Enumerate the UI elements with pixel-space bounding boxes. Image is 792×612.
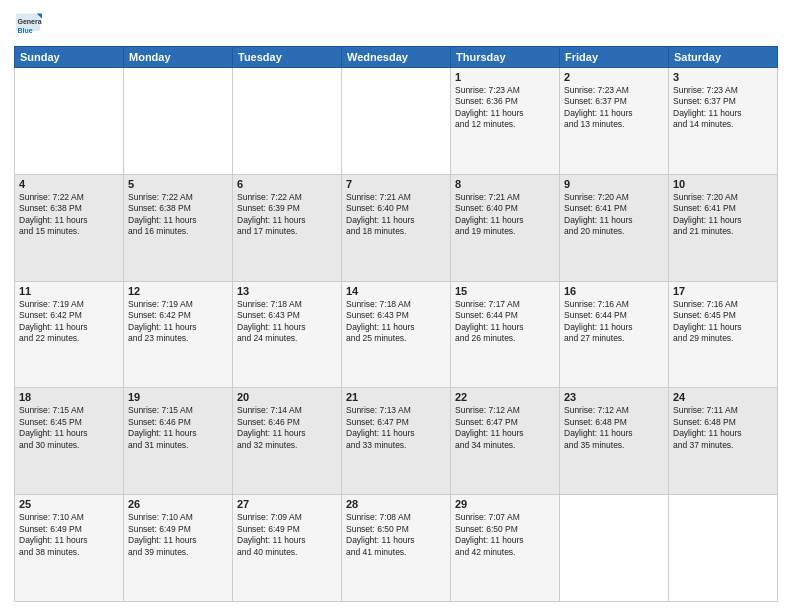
calendar-header: SundayMondayTuesdayWednesdayThursdayFrid…	[15, 47, 778, 68]
cell-content: Sunrise: 7:22 AM Sunset: 6:39 PM Dayligh…	[237, 192, 337, 238]
calendar-cell: 27Sunrise: 7:09 AM Sunset: 6:49 PM Dayli…	[233, 495, 342, 602]
calendar-cell: 8Sunrise: 7:21 AM Sunset: 6:40 PM Daylig…	[451, 174, 560, 281]
calendar-cell: 6Sunrise: 7:22 AM Sunset: 6:39 PM Daylig…	[233, 174, 342, 281]
calendar-cell: 9Sunrise: 7:20 AM Sunset: 6:41 PM Daylig…	[560, 174, 669, 281]
calendar-cell: 14Sunrise: 7:18 AM Sunset: 6:43 PM Dayli…	[342, 281, 451, 388]
day-number: 5	[128, 178, 228, 190]
cell-content: Sunrise: 7:10 AM Sunset: 6:49 PM Dayligh…	[19, 512, 119, 558]
day-number: 4	[19, 178, 119, 190]
day-number: 17	[673, 285, 773, 297]
calendar-cell: 16Sunrise: 7:16 AM Sunset: 6:44 PM Dayli…	[560, 281, 669, 388]
day-number: 11	[19, 285, 119, 297]
day-number: 14	[346, 285, 446, 297]
calendar-cell	[233, 68, 342, 175]
cell-content: Sunrise: 7:12 AM Sunset: 6:48 PM Dayligh…	[564, 405, 664, 451]
calendar-body: 1Sunrise: 7:23 AM Sunset: 6:36 PM Daylig…	[15, 68, 778, 602]
cell-content: Sunrise: 7:23 AM Sunset: 6:37 PM Dayligh…	[673, 85, 773, 131]
day-number: 2	[564, 71, 664, 83]
calendar-cell	[560, 495, 669, 602]
calendar-cell: 18Sunrise: 7:15 AM Sunset: 6:45 PM Dayli…	[15, 388, 124, 495]
calendar-cell: 10Sunrise: 7:20 AM Sunset: 6:41 PM Dayli…	[669, 174, 778, 281]
cell-content: Sunrise: 7:18 AM Sunset: 6:43 PM Dayligh…	[237, 299, 337, 345]
calendar-cell	[342, 68, 451, 175]
calendar-cell: 3Sunrise: 7:23 AM Sunset: 6:37 PM Daylig…	[669, 68, 778, 175]
logo-icon: General Blue	[14, 10, 42, 38]
cell-content: Sunrise: 7:22 AM Sunset: 6:38 PM Dayligh…	[19, 192, 119, 238]
day-number: 18	[19, 391, 119, 403]
calendar-cell: 1Sunrise: 7:23 AM Sunset: 6:36 PM Daylig…	[451, 68, 560, 175]
calendar-cell: 26Sunrise: 7:10 AM Sunset: 6:49 PM Dayli…	[124, 495, 233, 602]
cell-content: Sunrise: 7:14 AM Sunset: 6:46 PM Dayligh…	[237, 405, 337, 451]
cell-content: Sunrise: 7:16 AM Sunset: 6:45 PM Dayligh…	[673, 299, 773, 345]
header: General Blue	[14, 10, 778, 38]
calendar-cell: 15Sunrise: 7:17 AM Sunset: 6:44 PM Dayli…	[451, 281, 560, 388]
day-number: 1	[455, 71, 555, 83]
cell-content: Sunrise: 7:19 AM Sunset: 6:42 PM Dayligh…	[19, 299, 119, 345]
cell-content: Sunrise: 7:11 AM Sunset: 6:48 PM Dayligh…	[673, 405, 773, 451]
header-cell-wednesday: Wednesday	[342, 47, 451, 68]
day-number: 10	[673, 178, 773, 190]
day-number: 23	[564, 391, 664, 403]
week-row-4: 25Sunrise: 7:10 AM Sunset: 6:49 PM Dayli…	[15, 495, 778, 602]
calendar-cell	[669, 495, 778, 602]
page: General Blue SundayMondayTuesdayWednesda…	[0, 0, 792, 612]
day-number: 6	[237, 178, 337, 190]
cell-content: Sunrise: 7:21 AM Sunset: 6:40 PM Dayligh…	[346, 192, 446, 238]
calendar-cell: 21Sunrise: 7:13 AM Sunset: 6:47 PM Dayli…	[342, 388, 451, 495]
calendar-cell: 2Sunrise: 7:23 AM Sunset: 6:37 PM Daylig…	[560, 68, 669, 175]
calendar-cell: 25Sunrise: 7:10 AM Sunset: 6:49 PM Dayli…	[15, 495, 124, 602]
cell-content: Sunrise: 7:15 AM Sunset: 6:45 PM Dayligh…	[19, 405, 119, 451]
header-cell-tuesday: Tuesday	[233, 47, 342, 68]
day-number: 19	[128, 391, 228, 403]
calendar-table: SundayMondayTuesdayWednesdayThursdayFrid…	[14, 46, 778, 602]
header-cell-thursday: Thursday	[451, 47, 560, 68]
calendar-cell: 5Sunrise: 7:22 AM Sunset: 6:38 PM Daylig…	[124, 174, 233, 281]
calendar-cell: 4Sunrise: 7:22 AM Sunset: 6:38 PM Daylig…	[15, 174, 124, 281]
calendar-cell: 17Sunrise: 7:16 AM Sunset: 6:45 PM Dayli…	[669, 281, 778, 388]
cell-content: Sunrise: 7:20 AM Sunset: 6:41 PM Dayligh…	[673, 192, 773, 238]
header-cell-sunday: Sunday	[15, 47, 124, 68]
week-row-3: 18Sunrise: 7:15 AM Sunset: 6:45 PM Dayli…	[15, 388, 778, 495]
day-number: 22	[455, 391, 555, 403]
day-number: 15	[455, 285, 555, 297]
cell-content: Sunrise: 7:15 AM Sunset: 6:46 PM Dayligh…	[128, 405, 228, 451]
day-number: 8	[455, 178, 555, 190]
day-number: 9	[564, 178, 664, 190]
cell-content: Sunrise: 7:19 AM Sunset: 6:42 PM Dayligh…	[128, 299, 228, 345]
svg-text:Blue: Blue	[18, 27, 33, 34]
day-number: 29	[455, 498, 555, 510]
calendar-cell: 24Sunrise: 7:11 AM Sunset: 6:48 PM Dayli…	[669, 388, 778, 495]
week-row-0: 1Sunrise: 7:23 AM Sunset: 6:36 PM Daylig…	[15, 68, 778, 175]
calendar-cell: 29Sunrise: 7:07 AM Sunset: 6:50 PM Dayli…	[451, 495, 560, 602]
calendar-cell: 22Sunrise: 7:12 AM Sunset: 6:47 PM Dayli…	[451, 388, 560, 495]
calendar-cell: 12Sunrise: 7:19 AM Sunset: 6:42 PM Dayli…	[124, 281, 233, 388]
calendar-cell: 7Sunrise: 7:21 AM Sunset: 6:40 PM Daylig…	[342, 174, 451, 281]
cell-content: Sunrise: 7:09 AM Sunset: 6:49 PM Dayligh…	[237, 512, 337, 558]
calendar-cell: 13Sunrise: 7:18 AM Sunset: 6:43 PM Dayli…	[233, 281, 342, 388]
logo: General Blue	[14, 10, 46, 38]
cell-content: Sunrise: 7:17 AM Sunset: 6:44 PM Dayligh…	[455, 299, 555, 345]
day-number: 7	[346, 178, 446, 190]
day-number: 21	[346, 391, 446, 403]
week-row-2: 11Sunrise: 7:19 AM Sunset: 6:42 PM Dayli…	[15, 281, 778, 388]
cell-content: Sunrise: 7:23 AM Sunset: 6:37 PM Dayligh…	[564, 85, 664, 131]
day-number: 26	[128, 498, 228, 510]
cell-content: Sunrise: 7:12 AM Sunset: 6:47 PM Dayligh…	[455, 405, 555, 451]
calendar-cell: 11Sunrise: 7:19 AM Sunset: 6:42 PM Dayli…	[15, 281, 124, 388]
day-number: 12	[128, 285, 228, 297]
cell-content: Sunrise: 7:18 AM Sunset: 6:43 PM Dayligh…	[346, 299, 446, 345]
calendar-cell	[124, 68, 233, 175]
day-number: 24	[673, 391, 773, 403]
day-number: 13	[237, 285, 337, 297]
cell-content: Sunrise: 7:13 AM Sunset: 6:47 PM Dayligh…	[346, 405, 446, 451]
cell-content: Sunrise: 7:23 AM Sunset: 6:36 PM Dayligh…	[455, 85, 555, 131]
calendar-cell: 28Sunrise: 7:08 AM Sunset: 6:50 PM Dayli…	[342, 495, 451, 602]
calendar-cell: 19Sunrise: 7:15 AM Sunset: 6:46 PM Dayli…	[124, 388, 233, 495]
day-number: 16	[564, 285, 664, 297]
calendar-cell: 20Sunrise: 7:14 AM Sunset: 6:46 PM Dayli…	[233, 388, 342, 495]
header-cell-monday: Monday	[124, 47, 233, 68]
cell-content: Sunrise: 7:20 AM Sunset: 6:41 PM Dayligh…	[564, 192, 664, 238]
cell-content: Sunrise: 7:21 AM Sunset: 6:40 PM Dayligh…	[455, 192, 555, 238]
header-cell-friday: Friday	[560, 47, 669, 68]
day-number: 28	[346, 498, 446, 510]
